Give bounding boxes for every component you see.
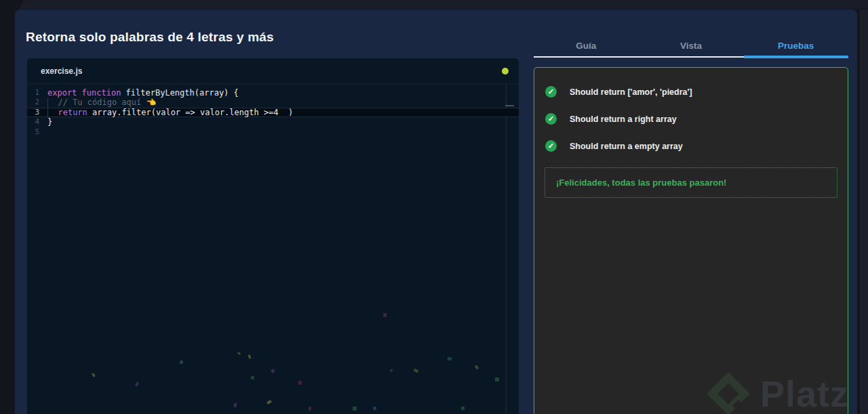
code-editing-area[interactable]: 1export function filterByLength(array) {… [27,84,519,414]
code-text: } [47,117,52,127]
confetti-speck [135,381,140,386]
code-editor-card: exercise.js 1export function filterByLen… [27,58,519,414]
code-line[interactable]: 1export function filterByLength(array) { [27,88,519,98]
tab-vista[interactable]: Vista [639,33,744,58]
confetti-speck [298,380,302,385]
code-line[interactable]: 3 return array.filter(valor => valor.len… [27,108,519,117]
editor-header: exercise.js [27,58,519,84]
right-panel-tabs: GuíaVistaPruebas [534,33,848,58]
success-message: ¡Felicidades, todas las pruebas pasaron! [556,178,726,188]
confetti-speck [180,360,183,364]
code-line[interactable]: 2 // Tu código aquí 👈 [27,98,519,107]
active-tab-indicator [744,56,848,58]
line-number: 2 [27,98,47,107]
code-line[interactable]: 4} [27,117,519,127]
window-chrome [20,0,868,9]
test-label: Should return a empty array [570,142,683,151]
confetti-speck [413,369,418,373]
line-number: 4 [27,117,47,127]
confetti-speck [92,373,96,377]
code-text: // Tu código aquí 👈 [47,98,156,107]
confetti-speck [475,365,479,369]
success-message-box: ¡Felicidades, todas las pruebas pasaron! [545,167,837,198]
confetti-speck [271,369,275,373]
test-label: Should return a right array [570,115,677,124]
check-icon: ✓ [545,140,557,152]
editor-status-dot-icon [502,68,509,75]
code-text: return array.filter(valor => valor.lengt… [47,108,293,117]
test-result-row: ✓Should return a right array [545,113,838,125]
confetti-speck [461,407,465,410]
exercise-page: Retorna solo palabras de 4 letras y más … [15,9,857,414]
confetti-speck [448,357,452,361]
tab-guia[interactable]: Guía [534,33,639,58]
line-number: 1 [27,88,47,98]
code-text: export function filterByLength(array) { [47,88,239,98]
confetti-speck [353,407,357,411]
page-scrollbar[interactable] [860,9,868,414]
line-number: 3 [27,108,47,117]
code-line[interactable]: 5 [27,127,519,137]
confetti-speck [495,377,499,381]
test-result-row: ✓Should return a empty array [545,140,838,152]
tabbar-divider [534,56,744,58]
tests-panel: ✓Should return ['amor', 'piedra']✓Should… [534,67,848,414]
confetti-speck [237,352,241,356]
confetti-speck [248,354,252,359]
test-label: Should return ['amor', 'piedra'] [570,87,692,97]
check-icon: ✓ [545,86,557,98]
test-results-list: ✓Should return ['amor', 'piedra']✓Should… [534,68,848,152]
confetti-speck [390,369,393,372]
test-result-row: ✓Should return ['amor', 'piedra'] [545,86,838,98]
line-number: 5 [27,127,47,137]
confetti-speck [309,407,312,411]
platzi-watermark: Platzi [706,371,848,414]
tab-pruebas[interactable]: Pruebas [743,33,848,58]
confetti-speck [267,400,272,405]
confetti-speck [233,402,237,407]
page-title: Retorna solo palabras de 4 letras y más [26,30,274,45]
confetti-speck [383,313,387,317]
confetti-speck [250,375,254,379]
check-icon: ✓ [545,113,557,125]
platzi-watermark-label: Platzi [760,373,848,414]
editor-filename-tab[interactable]: exercise.js [41,66,82,76]
confetti-speck [373,407,376,410]
platzi-logo-icon [706,371,751,414]
